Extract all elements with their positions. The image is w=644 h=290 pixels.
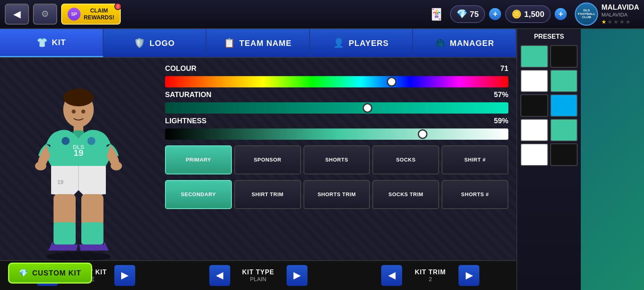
preset-8[interactable] bbox=[550, 119, 578, 141]
main-content: 👕 KIT 🛡️ LOGO 📋 TEAM NAME 👤 PLAYERS 🧥 MA… bbox=[0, 29, 644, 290]
cards-icon: 🃏 bbox=[429, 8, 444, 21]
svg-point-16 bbox=[72, 110, 76, 114]
back-button[interactable]: ◀ bbox=[5, 4, 29, 25]
profile-name: MALAVIDA bbox=[601, 3, 639, 12]
preset-3[interactable] bbox=[520, 70, 548, 92]
kit-trim-title: KIT TRIM bbox=[415, 269, 446, 276]
svg-point-7 bbox=[87, 137, 95, 145]
add-gems-button[interactable]: + bbox=[489, 8, 501, 20]
controls-section: COLOUR 71 SATURATION 57% bbox=[157, 58, 516, 290]
saturation-value: 57% bbox=[488, 91, 508, 99]
saturation-track bbox=[165, 102, 508, 114]
svg-point-2 bbox=[63, 89, 94, 106]
svg-point-14 bbox=[35, 162, 46, 170]
colour-buttons-row2: SECONDARY SHIRT TRIM SHORTS TRIM SOCKS T… bbox=[165, 180, 508, 209]
manager-icon: 🧥 bbox=[435, 38, 446, 48]
kit-trim-section: ◀ KIT TRIM 2 ▶ bbox=[344, 265, 516, 286]
top-bar: ◀ ⚙ SP CLAIMREWARDS! ! 🃏 💎 75 + 🪙 1,500 … bbox=[0, 0, 644, 29]
cards-button[interactable]: 🃏 bbox=[427, 4, 446, 24]
svg-point-15 bbox=[111, 162, 122, 170]
svg-text:DLS: DLS bbox=[73, 144, 84, 150]
btn-shorts-hash[interactable]: SHORTS # bbox=[442, 180, 508, 209]
tab-manager-label: MANAGER bbox=[450, 39, 494, 48]
svg-rect-11 bbox=[81, 194, 103, 226]
sliders-block: COLOUR 71 SATURATION 57% bbox=[165, 64, 508, 140]
tab-players[interactable]: 👤 PLAYERS bbox=[310, 29, 413, 57]
tab-kit-label: KIT bbox=[52, 38, 66, 47]
lightness-track bbox=[165, 128, 508, 140]
svg-rect-12 bbox=[54, 222, 76, 244]
player-section: 19 DLS 19 bbox=[0, 58, 157, 290]
claim-text: CLAIMREWARDS! bbox=[84, 7, 114, 21]
settings-button[interactable]: ⚙ bbox=[33, 4, 57, 25]
btn-shirt-trim[interactable]: SHIRT TRIM bbox=[234, 180, 301, 209]
saturation-header: SATURATION 57% bbox=[165, 91, 508, 99]
svg-text:19: 19 bbox=[57, 179, 64, 185]
left-panel: 👕 KIT 🛡️ LOGO 📋 TEAM NAME 👤 PLAYERS 🧥 MA… bbox=[0, 29, 516, 290]
tab-manager[interactable]: 🧥 MANAGER bbox=[413, 29, 516, 57]
colour-slider[interactable] bbox=[165, 76, 508, 87]
btn-socks[interactable]: SOCKS bbox=[372, 145, 439, 174]
btn-socks-trim[interactable]: SOCKS TRIM bbox=[372, 180, 439, 209]
btn-secondary[interactable]: SECONDARY bbox=[165, 180, 232, 209]
saturation-label: SATURATION bbox=[165, 91, 237, 99]
kit-type-section: ◀ KIT TYPE PLAIN ▶ bbox=[172, 265, 345, 286]
tab-team-name-label: TEAM NAME bbox=[239, 39, 291, 48]
preset-9[interactable] bbox=[520, 143, 548, 166]
kit-type-next-button[interactable]: ▶ bbox=[287, 265, 308, 286]
select-kit-next-button[interactable]: ▶ bbox=[114, 265, 135, 286]
svg-rect-10 bbox=[54, 194, 76, 226]
add-coins-button[interactable]: + bbox=[555, 8, 567, 20]
preset-2[interactable] bbox=[550, 45, 578, 68]
preset-5[interactable] bbox=[520, 94, 548, 117]
colour-header: COLOUR 71 bbox=[165, 64, 508, 73]
preset-6[interactable] bbox=[550, 94, 578, 117]
kit-area: 19 DLS 19 bbox=[0, 58, 516, 290]
gear-icon: ⚙ bbox=[41, 9, 49, 19]
star-3: ★ bbox=[613, 19, 619, 25]
lightness-value: 59% bbox=[488, 117, 508, 125]
logo-icon: 🛡️ bbox=[134, 38, 145, 48]
tab-kit[interactable]: 👕 KIT bbox=[0, 29, 103, 57]
profile-section: DLS FOOTBALL CLUB MALAVIDA MALAVIDA ★ ★ … bbox=[575, 2, 639, 26]
colour-label: COLOUR bbox=[165, 64, 237, 73]
lightness-slider[interactable] bbox=[165, 128, 508, 140]
lightness-header: LIGHTNESS 59% bbox=[165, 117, 508, 125]
preset-4[interactable] bbox=[550, 70, 578, 92]
btn-sponsor[interactable]: SPONSOR bbox=[234, 145, 301, 174]
custom-kit-button[interactable]: 💎 CUSTOM KIT bbox=[8, 263, 92, 284]
coin-icon: 🪙 bbox=[512, 9, 522, 19]
sp-badge: SP bbox=[68, 8, 80, 21]
player-figure: 19 DLS 19 bbox=[18, 85, 139, 263]
btn-shirt-hash[interactable]: SHIRT # bbox=[442, 145, 508, 174]
tab-team-name[interactable]: 📋 TEAM NAME bbox=[206, 29, 310, 57]
btn-shorts-trim[interactable]: SHORTS TRIM bbox=[303, 180, 370, 209]
nav-tabs: 👕 KIT 🛡️ LOGO 📋 TEAM NAME 👤 PLAYERS 🧥 MA… bbox=[0, 29, 516, 58]
notification-badge: ! bbox=[114, 3, 122, 10]
preset-10[interactable] bbox=[550, 143, 578, 166]
star-1: ★ bbox=[601, 19, 607, 25]
claim-rewards-button[interactable]: SP CLAIMREWARDS! ! bbox=[61, 4, 121, 25]
team-name-icon: 📋 bbox=[224, 38, 235, 48]
back-icon: ◀ bbox=[13, 8, 21, 20]
colour-buttons-row1: PRIMARY SPONSOR SHORTS SOCKS SHIRT # bbox=[165, 145, 508, 174]
btn-shorts[interactable]: SHORTS bbox=[303, 145, 370, 174]
colour-value: 71 bbox=[488, 64, 508, 73]
preset-7[interactable] bbox=[520, 119, 548, 141]
btn-primary[interactable]: PRIMARY bbox=[165, 145, 232, 174]
tab-logo-label: LOGO bbox=[149, 39, 175, 48]
gems-value: 75 bbox=[470, 10, 479, 19]
kit-trim-prev-button[interactable]: ◀ bbox=[381, 265, 402, 286]
tab-logo[interactable]: 🛡️ LOGO bbox=[103, 29, 207, 57]
preset-1[interactable] bbox=[520, 45, 548, 68]
colour-track bbox=[165, 76, 508, 87]
kit-type-prev-button[interactable]: ◀ bbox=[209, 265, 230, 286]
kit-type-label: KIT TYPE PLAIN bbox=[230, 269, 287, 282]
star-2: ★ bbox=[607, 19, 613, 25]
profile-info: MALAVIDA MALAVIDA ★ ★ ★ ★ ★ bbox=[601, 3, 639, 25]
saturation-slider[interactable] bbox=[165, 102, 508, 114]
kit-type-title: KIT TYPE bbox=[242, 269, 274, 276]
kit-trim-next-button[interactable]: ▶ bbox=[458, 265, 479, 286]
kit-trim-value: 2 bbox=[429, 276, 432, 282]
svg-point-6 bbox=[62, 137, 70, 145]
